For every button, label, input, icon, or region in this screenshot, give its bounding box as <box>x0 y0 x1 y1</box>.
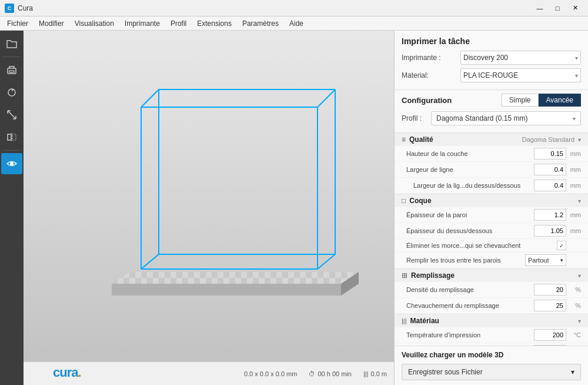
setting-densite: Densité du remplissage % <box>395 282 588 298</box>
setting-unit-temp: °C <box>566 331 581 338</box>
app-icon: C <box>5 4 14 13</box>
setting-remplir-trous: Remplir les trous entre les parois Parto… <box>395 253 588 268</box>
setting-eliminer: Éliminer les morce...qui se chevauchent … <box>395 239 588 253</box>
tool-scale[interactable] <box>1 104 22 125</box>
setting-name-densite: Densité du remplissage <box>406 286 534 293</box>
profil-label: Profil : <box>402 114 431 122</box>
setting-select-remplir-value: Partout <box>528 257 549 264</box>
setting-name-eliminer: Éliminer les morce...qui se chevauchent <box>406 242 557 249</box>
save-button[interactable]: Enregistrer sous Fichier ▾ <box>402 364 581 380</box>
left-toolbar <box>0 31 24 385</box>
group-coque-header[interactable]: □ Coque ▾ <box>395 194 588 207</box>
profil-value: Dagoma Standard (0.15 mm) <box>436 114 527 122</box>
setting-value-largeur[interactable] <box>534 164 566 175</box>
profil-row: Profil : Dagoma Standard (0.15 mm) ▾ <box>402 111 581 125</box>
setting-temp: Température d'impression °C <box>395 327 588 343</box>
qualite-chevron: ▾ <box>578 137 581 143</box>
setting-unit-largeur: mm <box>566 166 581 173</box>
close-button[interactable]: ✕ <box>567 2 583 14</box>
group-materiau-header[interactable]: ||| Matériau ▾ <box>395 314 588 327</box>
setting-select-remplir-chevron: ▾ <box>560 257 563 263</box>
setting-name-largeur-dessus: Largeur de la lig...du dessus/dessous <box>413 182 534 189</box>
tab-simple[interactable]: Simple <box>502 94 539 107</box>
svg-line-22 <box>141 89 159 107</box>
printer-value: Discovery 200 <box>463 54 508 62</box>
cura-logo: cura. <box>53 365 81 380</box>
maximize-button[interactable]: □ <box>549 2 566 14</box>
qualite-name: Qualité <box>409 135 433 144</box>
setting-select-remplir[interactable]: Partout ▾ <box>525 254 566 266</box>
svg-rect-4 <box>12 134 16 140</box>
svg-marker-12 <box>112 284 341 296</box>
setting-chevauchement: Chevauchement du remplissage % <box>395 298 588 314</box>
setting-unit-largeur-dessus: mm <box>566 182 581 189</box>
printer-select[interactable]: Discovery 200 ▾ <box>460 51 581 65</box>
3d-wireframe <box>94 60 359 343</box>
menu-parametres[interactable]: Paramètres <box>238 18 283 29</box>
setting-unit-chevauchement: % <box>566 302 581 309</box>
right-panel: Imprimer la tâche Imprimante : Discovery… <box>394 31 588 385</box>
coordinates-value: 0.0 x 0.0 x 0.0 mm <box>244 370 297 377</box>
setting-name-chevauchement: Chevauchement du remplissage <box>406 302 534 309</box>
setting-name-ep-dessus: Épaisseur du dessus/dessous <box>406 227 534 234</box>
setting-unit-densite: % <box>566 286 581 293</box>
coque-icon: □ <box>402 197 406 205</box>
config-section: Configuration Simple Avancée Profil : Da… <box>395 89 588 132</box>
save-chevron: ▾ <box>571 368 574 376</box>
setting-largeur-ligne: Largeur de ligne mm <box>395 162 588 178</box>
setting-value-chevauchement[interactable] <box>534 300 566 311</box>
menu-profil[interactable]: Profil <box>166 18 191 29</box>
profil-select[interactable]: Dagoma Standard (0.15 mm) ▾ <box>431 111 581 125</box>
setting-name-ep-paroi: Épaisseur de la paroi <box>406 211 534 218</box>
setting-name-remplir: Remplir les trous entre les parois <box>406 257 525 264</box>
material-select[interactable]: PLA ICE-ROUGE ▾ <box>460 68 581 82</box>
printer-row: Imprimante : Discovery 200 ▾ <box>402 51 581 65</box>
minimize-button[interactable]: — <box>532 2 548 14</box>
titlebar: C Cura — □ ✕ <box>0 0 588 16</box>
setting-check-eliminer[interactable]: ✓ <box>557 241 566 250</box>
setting-largeur-dessus: Largeur de la lig...du dessus/dessous mm <box>395 178 588 194</box>
printer-label: Imprimante : <box>402 54 460 62</box>
qualite-badge: Dagoma Standard <box>522 136 574 143</box>
menubar: Fichier Modifier Visualisation Imprimant… <box>0 16 588 31</box>
tool-view[interactable] <box>1 153 22 174</box>
svg-marker-11 <box>112 272 359 284</box>
setting-value-temp[interactable] <box>534 329 566 341</box>
svg-line-24 <box>141 254 159 269</box>
materiau-chevron: ▾ <box>578 318 581 324</box>
setting-value-largeur-dessus[interactable] <box>534 180 566 191</box>
menu-visualisation[interactable]: Visualisation <box>70 18 119 29</box>
tool-mirror[interactable] <box>1 127 22 148</box>
3d-viewport[interactable]: 0.0 x 0.0 x 0.0 mm ⏱ 00 h 00 min ||| 0.0… <box>24 31 394 385</box>
menu-imprimante[interactable]: Imprimante <box>120 18 165 29</box>
remplissage-icon: ⊞ <box>402 271 407 280</box>
coordinates-display: 0.0 x 0.0 x 0.0 mm <box>244 370 297 377</box>
setting-value-ep-paroi[interactable] <box>534 209 566 221</box>
tool-folder[interactable] <box>1 33 22 54</box>
setting-value-ep-dessus[interactable] <box>534 225 566 237</box>
menu-aide[interactable]: Aide <box>285 18 308 29</box>
config-header: Configuration Simple Avancée <box>402 94 581 107</box>
save-button-label: Enregistrer sous Fichier <box>408 368 483 376</box>
coque-name: Coque <box>409 197 431 205</box>
setting-name-largeur: Largeur de ligne <box>406 166 534 173</box>
tab-advanced[interactable]: Avancée <box>539 94 581 107</box>
svg-line-23 <box>318 89 335 107</box>
main-layout: 0.0 x 0.0 x 0.0 mm ⏱ 00 h 00 min ||| 0.0… <box>0 31 588 385</box>
setting-value-densite[interactable] <box>534 284 566 296</box>
material-chevron: ▾ <box>575 72 578 79</box>
qualite-icon: ≡ <box>402 135 406 144</box>
setting-hauteur-couche: Hauteur de la couche mm <box>395 146 588 162</box>
setting-unit-ep-paroi: mm <box>566 211 581 218</box>
svg-line-25 <box>318 254 335 269</box>
setting-value-hauteur[interactable] <box>534 148 566 160</box>
menu-modifier[interactable]: Modifier <box>34 18 69 29</box>
tool-print[interactable] <box>1 59 22 81</box>
menu-extensions[interactable]: Extensions <box>192 18 236 29</box>
printer-chevron: ▾ <box>575 55 578 61</box>
group-remplissage-header[interactable]: ⊞ Remplissage ▾ <box>395 269 588 282</box>
menu-fichier[interactable]: Fichier <box>2 18 33 29</box>
group-qualite-header[interactable]: ≡ Qualité Dagoma Standard ▾ <box>395 133 588 146</box>
tool-rotate[interactable] <box>1 82 22 103</box>
length-icon: ||| <box>363 370 369 377</box>
